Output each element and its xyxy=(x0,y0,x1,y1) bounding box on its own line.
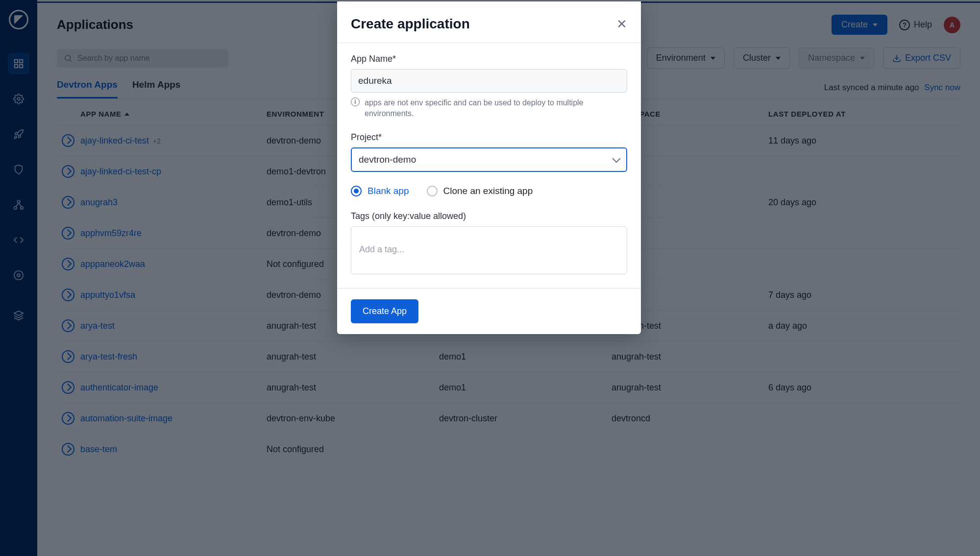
radio-clone-label: Clone an existing app xyxy=(443,186,533,196)
chevron-down-icon xyxy=(612,155,621,163)
radio-icon xyxy=(427,186,438,196)
app-name-hint: apps are not env specific and can be use… xyxy=(365,97,627,119)
modal-title: Create application xyxy=(351,16,470,32)
close-icon: ✕ xyxy=(616,17,627,31)
radio-clone-app[interactable]: Clone an existing app xyxy=(427,186,533,196)
project-label: Project* xyxy=(351,132,627,143)
close-button[interactable]: ✕ xyxy=(616,17,627,32)
radio-icon xyxy=(351,186,362,196)
app-name-label: App Name* xyxy=(351,54,627,64)
project-selected-value: devtron-demo xyxy=(359,154,416,165)
create-app-button[interactable]: Create App xyxy=(351,299,418,323)
radio-blank-label: Blank app xyxy=(368,186,409,196)
tags-placeholder: Add a tag... xyxy=(359,244,404,254)
info-icon: i xyxy=(351,97,360,106)
tags-label: Tags (only key:value allowed) xyxy=(351,211,627,221)
app-name-input[interactable] xyxy=(351,69,627,93)
radio-blank-app[interactable]: Blank app xyxy=(351,186,409,196)
project-select[interactable]: devtron-demo xyxy=(351,147,627,172)
create-application-modal: Create application ✕ App Name* i apps ar… xyxy=(337,1,641,334)
tags-input[interactable]: Add a tag... xyxy=(351,226,627,274)
create-app-button-label: Create App xyxy=(363,306,407,316)
